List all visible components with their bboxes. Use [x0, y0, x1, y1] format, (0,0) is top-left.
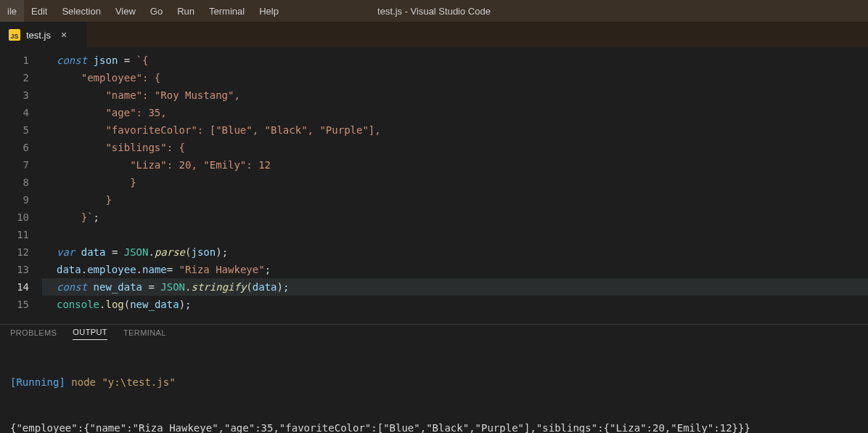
- running-tag: [Running]: [10, 376, 65, 388]
- tab-bar: JS test.js ×: [0, 22, 868, 47]
- code-line[interactable]: data.employee.name= "Riza Hawkeye";: [42, 261, 868, 278]
- panel-tab-output[interactable]: OUTPUT: [73, 325, 107, 340]
- menu-item-terminal[interactable]: Terminal: [202, 0, 252, 22]
- code-line[interactable]: var data = JSON.parse(json);: [42, 243, 868, 261]
- line-number: 5: [0, 121, 42, 139]
- line-number: 12: [0, 243, 42, 261]
- output-line-stdout: {"employee":{"name":"Riza Hawkeye","age"…: [10, 421, 858, 433]
- code-line[interactable]: }: [42, 191, 868, 209]
- code-line[interactable]: "employee": {: [42, 69, 868, 86]
- code-line[interactable]: "name": "Roy Mustang",: [42, 86, 868, 104]
- menu-item-view[interactable]: View: [108, 0, 143, 22]
- line-number: 6: [0, 139, 42, 156]
- code-line[interactable]: const new_data = JSON.stringify(data);: [42, 278, 868, 296]
- output-body[interactable]: [Running] node "y:\test.js" {"employee":…: [0, 340, 868, 433]
- line-number: 3: [0, 86, 42, 104]
- title-bar: ileEditSelectionViewGoRunTerminalHelp te…: [0, 0, 868, 22]
- menu-item-help[interactable]: Help: [252, 0, 286, 22]
- menu-item-ile[interactable]: ile: [0, 0, 24, 22]
- editor[interactable]: 123456789101112131415 const json = `{ "e…: [0, 47, 868, 324]
- line-number: 9: [0, 191, 42, 209]
- line-number: 7: [0, 156, 42, 174]
- menu-item-go[interactable]: Go: [143, 0, 170, 22]
- code-line[interactable]: "Liza": 20, "Emily": 12: [42, 156, 868, 174]
- tab-label: test.js: [26, 30, 51, 41]
- menu-item-run[interactable]: Run: [170, 0, 202, 22]
- code-line[interactable]: [42, 226, 868, 243]
- line-number: 11: [0, 226, 42, 243]
- code-line[interactable]: "favoriteColor": ["Blue", "Black", "Purp…: [42, 121, 868, 139]
- bottom-panel: PROBLEMSOUTPUTTERMINAL [Running] node "y…: [0, 324, 868, 433]
- menu-bar: ileEditSelectionViewGoRunTerminalHelp: [0, 0, 286, 22]
- code-area[interactable]: const json = `{ "employee": { "name": "R…: [42, 47, 868, 324]
- js-file-icon: JS: [9, 29, 20, 41]
- line-number: 14: [0, 278, 42, 296]
- output-line-running: [Running] node "y:\test.js": [10, 375, 858, 390]
- line-number: 15: [0, 296, 42, 313]
- code-line[interactable]: }: [42, 174, 868, 191]
- line-number: 8: [0, 174, 42, 191]
- line-number: 1: [0, 52, 42, 69]
- line-number: 4: [0, 104, 42, 121]
- code-line[interactable]: const json = `{: [42, 52, 868, 69]
- code-line[interactable]: "siblings": {: [42, 139, 868, 156]
- close-icon[interactable]: ×: [58, 29, 70, 41]
- line-number-gutter: 123456789101112131415: [0, 47, 42, 324]
- panel-tabs: PROBLEMSOUTPUTTERMINAL: [0, 325, 868, 340]
- line-number: 13: [0, 261, 42, 278]
- menu-item-edit[interactable]: Edit: [24, 0, 54, 22]
- line-number: 2: [0, 69, 42, 86]
- line-number: 10: [0, 209, 42, 226]
- tab-test-js[interactable]: JS test.js ×: [0, 22, 87, 47]
- panel-tab-problems[interactable]: PROBLEMS: [10, 325, 57, 340]
- code-line[interactable]: }`;: [42, 209, 868, 226]
- menu-item-selection[interactable]: Selection: [54, 0, 107, 22]
- code-line[interactable]: console.log(new_data);: [42, 296, 868, 313]
- running-command: node "y:\test.js": [71, 376, 175, 388]
- code-line[interactable]: "age": 35,: [42, 104, 868, 121]
- panel-tab-terminal[interactable]: TERMINAL: [123, 325, 166, 340]
